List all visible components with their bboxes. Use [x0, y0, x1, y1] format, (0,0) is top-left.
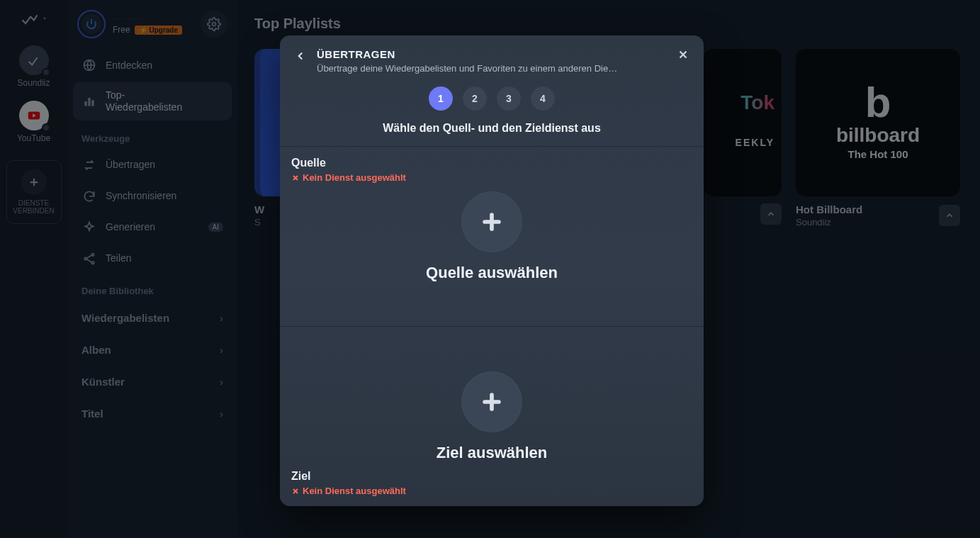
cover-text: Tok	[736, 91, 775, 114]
step-3[interactable]: 3	[497, 86, 521, 111]
library-artists[interactable]: Künstler ›	[73, 367, 232, 396]
nav-share[interactable]: Teilen	[73, 245, 232, 273]
card-title: Hot Billboard	[796, 203, 930, 215]
cover-word: billboard	[836, 124, 920, 147]
nav-label: Synchronisieren	[106, 190, 223, 202]
chevron-up-icon	[945, 211, 954, 220]
x-icon	[291, 487, 300, 495]
chevron-right-icon: ›	[220, 376, 223, 388]
nav-transfer[interactable]: Übertragen	[73, 151, 232, 179]
cover-sub: The Hot 100	[847, 148, 908, 160]
sparkle-icon	[82, 220, 96, 235]
close-icon	[677, 48, 689, 61]
library-albums[interactable]: Alben ›	[73, 335, 232, 364]
chevron-right-icon: ›	[220, 408, 223, 420]
modal-back-button[interactable]	[294, 48, 307, 62]
step-indicator: 1 2 3 4	[280, 84, 704, 118]
status-dot-icon	[42, 68, 50, 77]
nav-generate[interactable]: Generieren AI	[73, 213, 232, 242]
chevron-left-icon	[294, 50, 307, 62]
transfer-icon	[82, 158, 96, 172]
nav-label: Generieren	[106, 221, 200, 233]
source-label: Quelle	[291, 157, 406, 169]
chevron-up-icon	[766, 209, 776, 219]
nav-top-playlists[interactable]: Top- Wiedergabelisten	[73, 82, 232, 121]
rail-service-soundiiz[interactable]: Soundiiz	[17, 45, 50, 88]
ai-badge: AI	[208, 223, 223, 232]
status-dot-icon	[42, 123, 50, 132]
select-source-label: Quelle auswählen	[426, 264, 558, 282]
step-1[interactable]: 1	[429, 86, 453, 111]
source-section: Quelle Kein Dienst ausgewählt Quelle aus…	[280, 147, 704, 326]
lib-label: Titel	[81, 408, 103, 420]
power-icon	[85, 18, 98, 30]
svg-rect-4	[88, 98, 90, 106]
cover-text: EEKLY	[736, 137, 775, 148]
nav-discover[interactable]: Entdecken	[73, 51, 232, 79]
nav-sync[interactable]: Synchronisieren	[73, 182, 232, 211]
connect-services-button[interactable]: DIENSTE VERBINDEN	[6, 160, 62, 224]
lib-label: Künstler	[81, 376, 125, 388]
transfer-modal: ÜBERTRAGEN Übertrage deine Wiedergabelis…	[280, 35, 704, 506]
globe-icon	[82, 58, 96, 72]
modal-title: ÜBERTRAGEN	[317, 48, 667, 60]
select-destination-button[interactable]	[461, 371, 522, 432]
modal-subtitle: Übertrage deine Wiedergabelisten und Fav…	[317, 63, 667, 74]
nav-label: Top- Wiedergabelisten	[106, 89, 223, 113]
card-expand-button[interactable]	[760, 203, 782, 225]
svg-point-1	[213, 23, 216, 26]
lib-label: Alben	[81, 344, 111, 356]
select-source-button[interactable]	[461, 191, 522, 252]
destination-label: Ziel	[291, 470, 406, 483]
library-playlists[interactable]: Wiedergabelisten ›	[73, 303, 232, 332]
rail-item-label: YouTube	[17, 133, 50, 143]
rail-item-label: Soundiiz	[17, 78, 50, 88]
svg-rect-5	[91, 100, 94, 106]
connect-services-label: DIENSTE VERBINDEN	[13, 199, 54, 215]
step-4[interactable]: 4	[531, 86, 555, 111]
x-icon	[291, 174, 300, 182]
page-title: Top Playlists	[254, 16, 963, 32]
library-tracks[interactable]: Titel ›	[73, 399, 232, 428]
svg-point-6	[91, 253, 94, 255]
plus-icon	[28, 176, 40, 189]
svg-rect-3	[84, 101, 86, 106]
card-sub: Soundiiz	[796, 217, 930, 228]
chevron-right-icon: ›	[220, 344, 223, 356]
settings-button[interactable]	[201, 11, 227, 38]
destination-section: Ziel auswählen Ziel Kein Dienst ausgewäh…	[280, 327, 704, 506]
modal-instruction: Wähle den Quell- und den Zieldienst aus	[280, 118, 704, 146]
plan-label: Free	[113, 25, 130, 35]
bar-chart-icon	[82, 94, 96, 108]
share-icon	[82, 252, 96, 266]
upgrade-button[interactable]: ⚡ Upgrade	[135, 26, 182, 35]
card-expand-button[interactable]	[939, 205, 960, 226]
rail-service-youtube[interactable]: YouTube	[17, 101, 50, 143]
svg-point-7	[84, 257, 86, 259]
nav-label: Entdecken	[106, 60, 223, 72]
destination-status: Kein Dienst ausgewählt	[291, 486, 406, 496]
plus-icon	[480, 210, 504, 234]
lib-label: Wiedergabelisten	[81, 312, 169, 324]
svg-point-8	[91, 262, 94, 264]
sync-icon	[82, 189, 96, 203]
nav-label: Teilen	[106, 252, 223, 264]
nav-label: Übertragen	[106, 159, 223, 171]
gear-icon	[207, 17, 221, 31]
step-2[interactable]: 2	[463, 86, 487, 111]
cover-logo: b	[865, 86, 891, 120]
modal-close-button[interactable]	[677, 48, 689, 61]
account-avatar[interactable]	[77, 10, 106, 38]
select-destination-label: Ziel auswählen	[437, 444, 548, 462]
playlist-card[interactable]: Tok EEKLY	[704, 49, 782, 228]
chevron-right-icon: ›	[220, 312, 223, 324]
app-logo[interactable]	[20, 9, 48, 28]
section-library-header: Deine Bibliothek	[73, 276, 232, 301]
source-status: Kein Dienst ausgewählt	[291, 172, 406, 183]
playlist-card[interactable]: b billboard The Hot 100 Hot Billboard So…	[796, 49, 960, 228]
plus-icon	[480, 390, 504, 414]
account-name: ··········	[113, 13, 193, 23]
section-tools-header: Werkzeuge	[73, 123, 232, 148]
